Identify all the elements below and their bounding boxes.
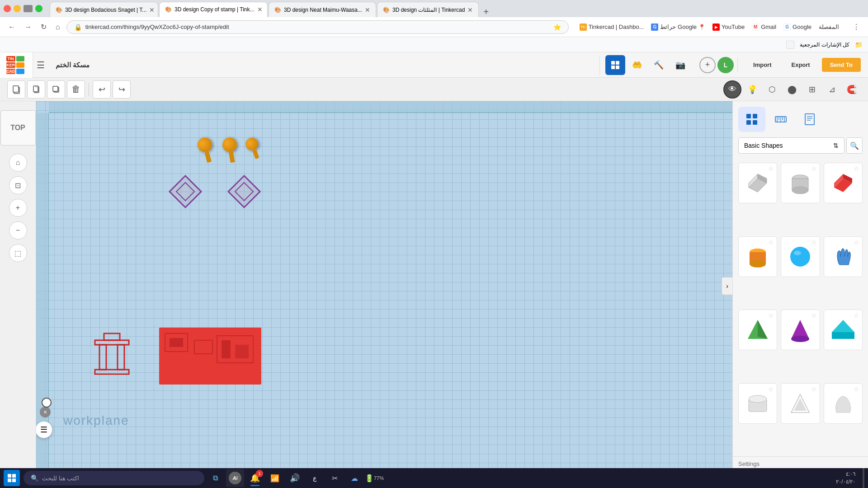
taskview-button[interactable]: ⧉ (206, 469, 224, 487)
shape-star-11[interactable]: ☆ (811, 385, 817, 393)
search-shapes-button[interactable]: 🔍 (846, 137, 863, 154)
grid-view-button[interactable] (605, 55, 625, 75)
taskbar-battery[interactable]: 🔋 77% (365, 469, 383, 487)
taskbar-app-wifi[interactable]: 📶 (266, 469, 284, 487)
ruler-icon[interactable] (767, 107, 794, 132)
minimize-window-button[interactable] (14, 5, 21, 12)
shape-row4-2[interactable]: ☆ (781, 383, 820, 424)
shape-star-3[interactable]: ☆ (854, 165, 859, 172)
big-red-stamp[interactable] (158, 327, 262, 387)
camera-view-button[interactable]: 👁 (723, 80, 741, 99)
taskbar-app-lang[interactable]: ع (306, 469, 324, 487)
forward-button[interactable]: → (22, 21, 34, 33)
taskbar-app-volume[interactable]: 🔊 (286, 469, 304, 487)
system-clock[interactable]: ٤:٠٦ ٢٠/٠٤/٢٠ (836, 470, 855, 486)
google-bookmark[interactable]: G Google (783, 23, 811, 31)
shape-star-10[interactable]: ☆ (768, 385, 774, 393)
shape-box-red[interactable]: ☆ (824, 163, 863, 203)
duplicate-button[interactable] (47, 80, 65, 99)
show-desktop-button[interactable] (863, 468, 864, 488)
close-window-button[interactable] (4, 5, 11, 12)
zoom-in-button[interactable]: + (9, 199, 27, 217)
copy-button[interactable] (7, 80, 25, 99)
shape-cylinder-orange[interactable]: ☆ (738, 236, 777, 277)
snap-button[interactable]: ⊞ (803, 80, 821, 99)
new-tab-button[interactable]: + (480, 7, 492, 17)
back-button[interactable]: ← (5, 21, 18, 33)
taskbar-search-bar[interactable]: 🔍 اكتب هنا للبحث (24, 471, 204, 485)
taskbar-app-notification[interactable]: 🔔 1 (246, 469, 264, 487)
list-view-toggle[interactable]: ☰ (33, 60, 48, 70)
tab-1-close[interactable]: ✕ (149, 6, 155, 14)
tinkercad-bookmark[interactable]: TC Tinkercad | Dashbo... (580, 23, 644, 31)
knob-1[interactable] (196, 136, 216, 164)
restore-window-button[interactable] (24, 5, 33, 12)
shape-star-2[interactable]: ☆ (811, 165, 817, 172)
tab-1[interactable]: 🎨 3D design Bodacious Snaget | T... ✕ (50, 2, 158, 17)
shape-roof-teal[interactable]: ☆ (824, 310, 863, 350)
shape-cylinder-rough[interactable]: ☆ (781, 163, 820, 203)
tab-2-close[interactable]: ✕ (257, 6, 263, 13)
add-profile-button[interactable]: + (699, 57, 716, 73)
tab-4[interactable]: 🎨 3D design المثلثات | Tinkercad ✕ (377, 2, 479, 17)
shape-box-rough[interactable]: ☆ (738, 163, 777, 203)
shape-star-1[interactable]: ☆ (768, 165, 774, 172)
export-button[interactable]: Export (783, 58, 818, 72)
start-button[interactable] (4, 470, 20, 486)
mirror-button[interactable]: ⊿ (823, 80, 841, 99)
delete-button[interactable]: 🗑 (67, 80, 85, 99)
tab-3-close[interactable]: ✕ (365, 6, 370, 14)
undo-button[interactable]: ↩ (93, 80, 111, 99)
shape-star-9[interactable]: ☆ (854, 312, 859, 319)
fit-view-button[interactable]: ⊡ (9, 176, 27, 194)
tab-3[interactable]: 🎨 3D design Neat Maimu-Waasa... ✕ (269, 2, 376, 17)
youtube-bookmark[interactable]: ▶ YouTube (712, 23, 745, 31)
maps-bookmark[interactable]: G حرائط Google 📍 (651, 23, 705, 31)
bookmark-favicon[interactable] (786, 41, 794, 49)
reload-button[interactable]: ↻ (38, 21, 49, 33)
home-view-button[interactable]: ⌂ (9, 154, 27, 172)
shape-star-4[interactable]: ☆ (768, 239, 774, 246)
send-to-button[interactable]: Send To (822, 58, 861, 72)
magnet-button[interactable]: 🧲 (843, 80, 861, 99)
taskbar-app-onedrive[interactable]: ☁ (345, 469, 363, 487)
hands-button[interactable]: 🤲 (627, 55, 647, 75)
shapes-grid-icon[interactable] (738, 107, 765, 132)
shape-star-6[interactable]: ☆ (854, 239, 859, 246)
home-button[interactable]: ⌂ (53, 21, 63, 33)
extensions-button[interactable]: ⋮ (850, 21, 863, 33)
perspective-button[interactable]: ⬚ (9, 244, 27, 262)
zoom-out-button[interactable]: − (9, 221, 27, 239)
stamp-frame[interactable] (90, 331, 133, 383)
tab-4-close[interactable]: ✕ (467, 6, 473, 14)
user-avatar[interactable]: L (717, 57, 734, 73)
drag-handle[interactable] (42, 398, 52, 408)
shape-pyramid-green[interactable]: ☆ (738, 310, 777, 350)
cortana-button[interactable]: Ai (226, 469, 244, 487)
knob-2[interactable] (221, 136, 240, 164)
shape-row4-3[interactable]: ☆ (824, 383, 863, 424)
maximize-window-button[interactable] (35, 5, 42, 12)
shape-cone-purple[interactable]: ☆ (781, 310, 820, 350)
shape-outline-button[interactable]: ⬡ (763, 80, 781, 99)
diamond-2[interactable] (226, 174, 262, 210)
import-button[interactable]: Import (745, 58, 779, 72)
hole-view-button[interactable]: ⬤ (783, 80, 801, 99)
build-button[interactable]: 🔨 (649, 55, 669, 75)
address-bar[interactable]: 🔒 tinkercad.com/things/9yyQwXZoc6J-copy-… (66, 20, 569, 34)
shape-sphere-blue[interactable]: ☆ (781, 236, 820, 277)
shape-row4-1[interactable]: ☆ (738, 383, 777, 424)
shape-category-dropdown[interactable]: Basic Shapes ⇅ (738, 137, 844, 154)
knob-3[interactable] (244, 136, 264, 164)
notes-icon[interactable] (796, 107, 823, 132)
shape-star-5[interactable]: ☆ (811, 239, 817, 246)
shape-star-12[interactable]: ☆ (854, 385, 859, 393)
redo-button[interactable]: ↪ (113, 80, 131, 99)
canvas-menu-button[interactable]: ☰ (36, 421, 52, 438)
camera-button[interactable]: 📷 (670, 55, 690, 75)
close-canvas-button[interactable]: × (40, 407, 51, 418)
shape-star-8[interactable]: ☆ (811, 312, 817, 319)
mofasala-bookmark[interactable]: المفصلة (819, 23, 839, 30)
canvas-area[interactable]: ruler ticks (36, 101, 732, 471)
top-view-indicator[interactable]: TOP (0, 110, 36, 145)
